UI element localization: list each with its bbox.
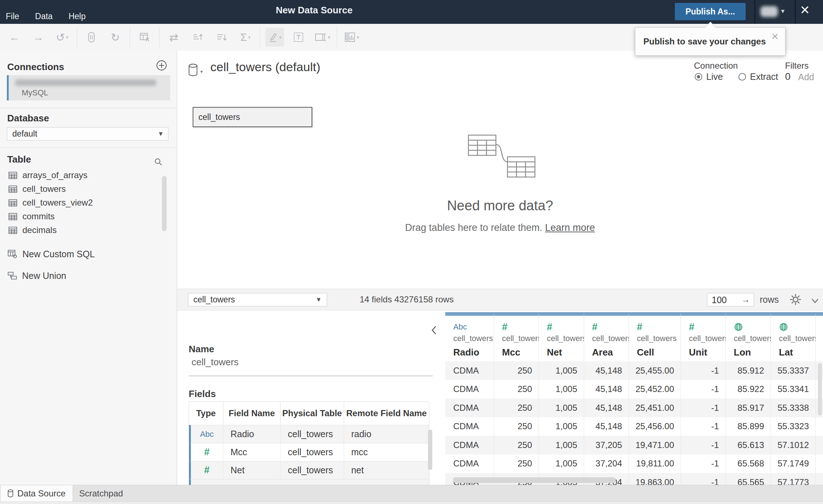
menu-help[interactable]: Help [69, 12, 86, 21]
grid-cell[interactable]: 1,005 [539, 436, 584, 455]
close-icon[interactable]: × [771, 29, 779, 43]
dropdown-caret-icon[interactable]: ▾ [279, 34, 282, 40]
grid-cell[interactable]: 57.1773 [771, 473, 816, 485]
grid-cell[interactable]: 65.613 [726, 436, 771, 455]
grid-cell[interactable]: 55.3338 [771, 399, 816, 417]
fields-column-header[interactable]: Type [189, 402, 223, 425]
redo-icon[interactable]: → [29, 28, 48, 47]
grid-cell[interactable]: 65.565 [726, 473, 771, 485]
clear-sheet-icon[interactable] [135, 28, 154, 47]
grid-table-select[interactable]: cell_towers ▼ [188, 293, 327, 306]
fields-table-scrollbar[interactable] [428, 430, 432, 470]
totals-icon[interactable]: Σ▾ [236, 28, 255, 47]
grid-cell[interactable]: 45,148 [584, 361, 629, 380]
grid-cell[interactable]: 25,451.00 [629, 399, 681, 417]
search-icon[interactable] [154, 158, 163, 166]
sidebar-item-cell_towers_view2[interactable]: cell_towers_view2 [0, 196, 170, 210]
sidebar-item-commits[interactable]: commits [0, 210, 170, 223]
grid-cell[interactable]: -1 [681, 361, 726, 380]
close-icon[interactable]: × [800, 2, 810, 18]
tab-data-source[interactable]: Data Source [1, 485, 73, 501]
collapse-panel-icon[interactable] [429, 325, 439, 336]
grid-cell[interactable]: 25,455.00 [629, 361, 681, 380]
grid-cell[interactable]: 1,005 [539, 399, 584, 417]
grid-cell[interactable]: 85.912 [726, 361, 771, 380]
connection-item[interactable]: MySQL [7, 75, 170, 100]
undo-icon[interactable]: ← [5, 28, 24, 47]
grid-cell[interactable]: 1,005 [539, 361, 584, 380]
grid-cell[interactable]: CDMA [445, 436, 494, 455]
sidebar-item-arrays_of_arrays[interactable]: arrays_of_arrays [0, 168, 170, 182]
grid-row[interactable]: CDMA2501,00545,14825,456.00-185.89955.33… [445, 417, 823, 436]
grid-cell[interactable]: 1,005 [539, 455, 584, 473]
grid-cell[interactable]: 250 [494, 436, 539, 455]
sort-descending-icon[interactable] [212, 28, 231, 47]
grid-cell[interactable]: 55.3323 [771, 417, 816, 436]
grid-cell[interactable]: -1 [681, 380, 726, 399]
grid-cell[interactable]: 250 [494, 380, 539, 399]
grid-cell[interactable]: 55.3337 [771, 361, 816, 380]
avatar-menu-caret-icon[interactable]: ▾ [781, 7, 785, 15]
live-radio[interactable] [695, 73, 702, 81]
grid-cell[interactable]: 250 [494, 417, 539, 436]
grid-cell[interactable]: 25,456.00 [629, 417, 681, 436]
grid-cell[interactable]: 65.568 [726, 455, 771, 473]
grid-vertical-scrollbar[interactable] [818, 363, 822, 415]
grid-cell[interactable]: 37,204 [584, 455, 629, 473]
grid-cell[interactable]: 19,471.00 [629, 436, 681, 455]
sidebar-item-cell_towers[interactable]: cell_towers [0, 182, 170, 196]
grid-column-header-unit[interactable]: #cell_towersUnit [681, 312, 726, 361]
add-connection-icon[interactable] [156, 60, 167, 71]
grid-cell[interactable]: 19,863.00 [629, 473, 681, 485]
apply-rows-arrow-icon[interactable]: → [741, 294, 750, 305]
extract-label[interactable]: Extract [750, 72, 778, 82]
grid-cell[interactable]: CDMA [445, 361, 494, 380]
highlight-icon[interactable]: ▾ [265, 28, 284, 47]
grid-cell[interactable]: CDMA [445, 455, 494, 473]
grid-cell[interactable]: CDMA [445, 380, 494, 399]
live-label[interactable]: Live [706, 72, 723, 82]
grid-row[interactable]: CDMA2501,00537,20519,471.00-165.61357.10… [445, 436, 823, 455]
grid-row[interactable]: CDMA2501,00545,14825,455.00-185.91255.33… [445, 361, 823, 380]
dropdown-caret-icon[interactable]: ▾ [248, 34, 250, 40]
grid-cell[interactable]: -1 [681, 473, 726, 485]
table-node-cell-towers[interactable]: cell_towers [193, 107, 312, 127]
swap-axes-icon[interactable]: ⇄ [164, 28, 183, 47]
chevron-down-icon[interactable]: ▾ [200, 69, 203, 74]
grid-cell[interactable]: CDMA [445, 417, 494, 436]
dropdown-caret-icon[interactable]: ▾ [66, 34, 69, 40]
extract-radio[interactable] [738, 73, 746, 81]
fit-icon[interactable]: ▾ [313, 28, 332, 47]
grid-column-header-lon[interactable]: cell_towersLon [726, 312, 771, 361]
grid-cell[interactable]: -1 [681, 436, 726, 455]
database-select[interactable]: default ▼ [7, 127, 168, 141]
grid-cell[interactable]: 250 [494, 399, 539, 417]
fields-column-header[interactable]: Field Name [223, 402, 281, 425]
text-label-icon[interactable] [289, 28, 308, 47]
grid-cell[interactable]: 250 [494, 361, 539, 380]
name-input[interactable]: cell_towers [192, 357, 239, 368]
grid-cell[interactable]: 57.1749 [771, 455, 816, 473]
dropdown-caret-icon[interactable]: ▾ [328, 34, 330, 40]
sort-ascending-icon[interactable] [188, 28, 207, 47]
grid-cell[interactable]: 1,005 [539, 417, 584, 436]
tab-scratchpad[interactable]: Scratchpad [73, 485, 168, 501]
dropdown-caret-icon[interactable]: ▾ [357, 34, 359, 40]
grid-column-header-radio[interactable]: Abccell_towersRadio [445, 312, 494, 361]
grid-cell[interactable]: 37,205 [584, 436, 629, 455]
grid-column-header-cell[interactable]: #cell_towersCell [629, 312, 681, 361]
grid-cell[interactable]: 45,148 [584, 399, 629, 417]
fields-column-header[interactable]: Remote Field Name [344, 402, 429, 425]
publish-as-button[interactable]: Publish As... [675, 3, 746, 20]
grid-cell[interactable]: 1,005 [539, 380, 584, 399]
menu-data[interactable]: Data [35, 12, 53, 21]
grid-row[interactable]: CDMA2501,00545,14825,451.00-185.91755.33… [445, 399, 823, 417]
gear-icon[interactable] [790, 294, 801, 305]
sidebar-item-new-union[interactable]: New Union [0, 269, 170, 282]
grid-row[interactable]: CDMA2501,00545,14825,452.00-185.92255.33… [445, 380, 823, 399]
grid-cell[interactable]: 45,148 [584, 380, 629, 399]
grid-cell[interactable]: 85.899 [726, 417, 771, 436]
replay-icon[interactable]: ↺▾ [53, 28, 72, 47]
grid-cell[interactable]: 250 [494, 455, 539, 473]
grid-cell[interactable]: 25,452.00 [629, 380, 681, 399]
